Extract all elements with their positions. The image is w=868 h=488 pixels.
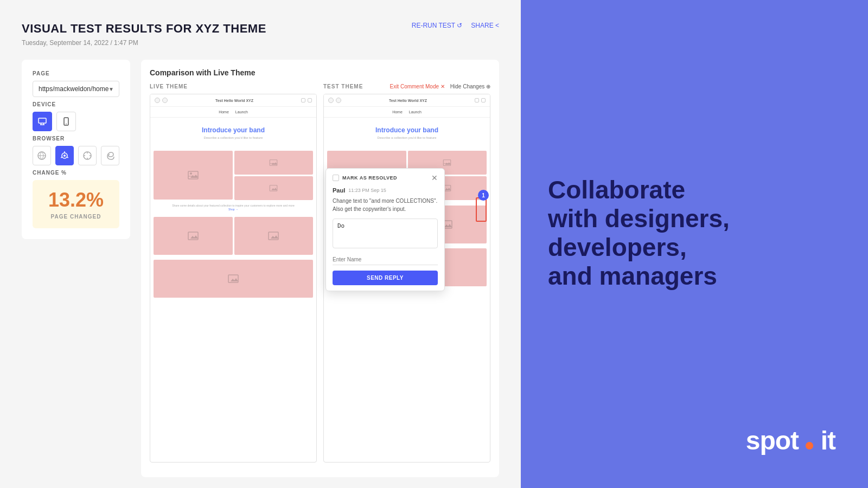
live-theme-mockup: Test Hello World XYZ Home Launch [150, 94, 317, 463]
mockup-cell-top-right [234, 151, 314, 175]
headline-line2: with designers, [548, 204, 730, 233]
comparison-title: Comparison with Live Theme [150, 68, 490, 77]
svg-point-9 [63, 155, 66, 157]
mockup-icon-sm-1 [301, 98, 305, 102]
mockup-hero-sub: Describe a collection you'd like to feat… [156, 136, 311, 139]
marketing-headline: Collaborate with designers, developers, … [548, 176, 841, 312]
send-reply-button[interactable]: SEND REPLY [333, 271, 438, 285]
svg-line-12 [61, 157, 62, 158]
mockup-nav-launch: Launch [235, 110, 248, 114]
hide-changes-button[interactable]: Hide Changes ⊕ [450, 84, 490, 89]
mockup-nav-home: Home [219, 110, 229, 114]
live-theme-label-row: LIVE THEME [150, 84, 317, 89]
mockup-nav-icon-1 [155, 98, 160, 103]
mockup-site-title: Test Hello World XYZ [215, 99, 253, 102]
mockup-text-block: Share some details about your featured c… [150, 202, 316, 213]
marketing-headline-text: Collaborate with designers, developers, … [548, 176, 841, 291]
test-mockup-nav-links: Home Launch [324, 107, 490, 118]
highlight-box [476, 197, 487, 222]
content-row: PAGE https/mackweldon/home ▼ DEVICE [22, 60, 499, 477]
desktop-device-button[interactable] [33, 112, 52, 131]
headline-line4: and managers [548, 262, 717, 290]
popup-close-button[interactable]: ✕ [431, 174, 438, 182]
svg-marker-45 [444, 224, 452, 227]
test-mockup-hero: Introduce your band Describe a collectio… [324, 118, 490, 149]
page-subtitle: Tuesday, September 14, 2022 / 1:47 PM [22, 39, 499, 47]
mockup-hero-title: Introduce your band [156, 126, 311, 134]
svg-point-21 [190, 172, 192, 175]
mockup-link-sm: Shop → [155, 208, 312, 211]
mobile-device-button[interactable] [56, 112, 76, 131]
main-panel: VISUAL TEST RESULTS FOR XYZ THEME Tuesda… [0, 0, 521, 488]
headline-line3: developers, [548, 233, 687, 261]
test-mockup-header: Test Hello World XYZ [324, 94, 490, 107]
comment-time: 11:23 PM Sep 15 [348, 188, 386, 193]
marketing-panel: Collaborate with designers, developers, … [521, 0, 868, 488]
chrome-browser-button[interactable] [55, 146, 74, 165]
mockup-grid-top [150, 149, 316, 202]
exit-comment-mode-button[interactable]: Exit Comment Mode ✕ [390, 84, 444, 89]
test-theme-actions: Exit Comment Mode ✕ Hide Changes ⊕ [390, 84, 490, 89]
page-label: PAGE [33, 70, 119, 76]
test-mockup-hero-title: Introduce your band [329, 126, 484, 134]
safari-browser-button[interactable] [78, 146, 97, 165]
headline-line1: Collaborate [548, 176, 685, 204]
live-theme-column: LIVE THEME Test Hello World XYZ [150, 84, 317, 463]
svg-marker-41 [445, 188, 451, 190]
test-mockup-nav-icons [328, 98, 341, 103]
change-percent: 13.2% [41, 189, 111, 211]
svg-marker-30 [271, 235, 278, 239]
page-select[interactable]: https/mackweldon/home [33, 81, 119, 97]
logo-text-part1: spot it [746, 426, 835, 455]
mockup-nav-icons [155, 98, 168, 103]
live-theme-label: LIVE THEME [150, 84, 188, 89]
test-theme-label: TEST THEME [323, 84, 363, 89]
device-label: DEVICE [33, 101, 119, 107]
test-mockup-nav-launch: Launch [409, 110, 422, 114]
test-mockup-nav-icon-1 [328, 98, 334, 103]
mark-resolved-row: MARK AS RESOLVED [333, 175, 397, 181]
comment-popup-header: MARK AS RESOLVED ✕ [326, 169, 444, 184]
mockup-nav-links: Home Launch [150, 107, 316, 118]
rerun-test-button[interactable]: RE-RUN TEST ↺ [412, 22, 463, 29]
change-badge: 13.2% PAGE CHANGED [33, 180, 119, 228]
sidebar: PAGE https/mackweldon/home ▼ DEVICE [22, 60, 130, 239]
svg-point-5 [66, 124, 67, 125]
edge-browser-button[interactable] [101, 146, 119, 165]
mockup-bottom-single [150, 258, 316, 299]
mark-resolved-checkbox[interactable] [333, 175, 339, 181]
name-input[interactable] [333, 254, 438, 265]
mockup-bottom-cell-1 [154, 217, 233, 255]
test-mockup-site-title: Test Hello World XYZ [389, 99, 427, 102]
device-buttons [33, 112, 119, 131]
mockup-icons-right [301, 98, 312, 102]
test-mockup-nav-home: Home [392, 110, 403, 114]
comment-badge[interactable]: 1 [478, 190, 489, 201]
mockup-cell-bottom-right [234, 176, 314, 200]
mockup-cell-large-left [154, 151, 233, 200]
share-button[interactable]: SHARE < [471, 22, 499, 29]
reply-textarea[interactable]: Do [333, 219, 438, 248]
page-select-wrapper: https/mackweldon/home ▼ [33, 81, 119, 97]
mockup-header: Test Hello World XYZ [150, 94, 316, 107]
svg-line-11 [67, 157, 68, 158]
mockup-bottom-cell-2 [234, 217, 314, 255]
comparison-area: Comparison with Live Theme LIVE THEME [141, 60, 499, 477]
top-actions: RE-RUN TEST ↺ SHARE < [412, 22, 499, 29]
comment-popup: MARK AS RESOLVED ✕ Paul 11:23 PM Sep 15 … [326, 168, 445, 291]
svg-marker-26 [272, 188, 278, 190]
test-mockup-nav-icon-2 [336, 98, 341, 103]
mark-resolved-label: MARK AS RESOLVED [342, 175, 397, 181]
test-mockup-hero-sub: Describe a collection you'd like to feat… [329, 136, 484, 139]
mockup-icon-sm-2 [308, 98, 312, 102]
change-badge-label: PAGE CHANGED [41, 214, 111, 220]
change-label: CHANGE % [33, 170, 119, 176]
test-mockup-icons-right [475, 98, 486, 102]
svg-marker-32 [231, 278, 238, 281]
test-mockup-icon-sm-1 [475, 98, 479, 102]
firefox-browser-button[interactable] [33, 146, 51, 165]
comment-author-row: Paul 11:23 PM Sep 15 [333, 187, 438, 194]
test-mockup-icon-sm-2 [481, 98, 486, 102]
svg-rect-0 [39, 118, 46, 123]
comment-text: Change text to "and more COLLECTIONS". A… [333, 197, 438, 213]
